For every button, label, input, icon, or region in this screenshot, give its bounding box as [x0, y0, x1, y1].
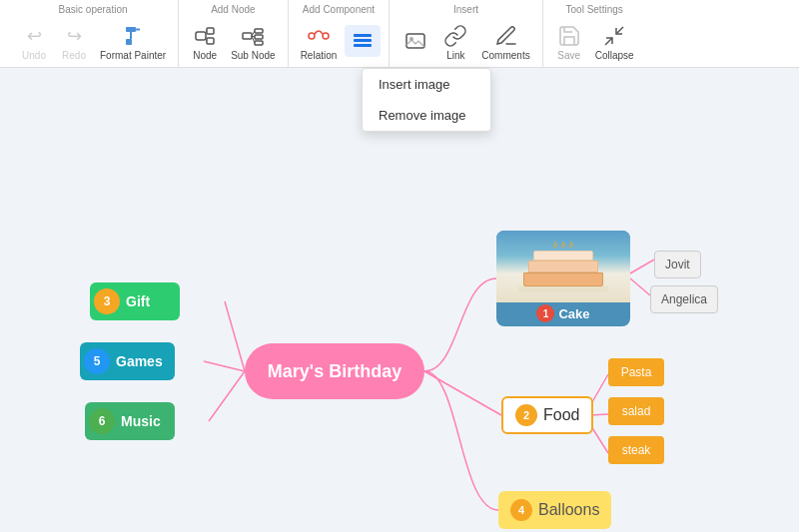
- component-button[interactable]: [345, 25, 381, 57]
- add-node-label: Add Node: [211, 4, 255, 15]
- steak-sub-node[interactable]: steak: [608, 436, 664, 464]
- svg-rect-11: [255, 35, 263, 39]
- link-icon: [441, 22, 469, 50]
- jovit-label: Jovit: [665, 258, 690, 271]
- node-button-label: Node: [193, 50, 217, 61]
- food-badge: 2: [515, 404, 537, 426]
- comments-button[interactable]: Comments: [477, 20, 533, 63]
- games-label: Games: [116, 353, 163, 369]
- redo-label: Redo: [62, 50, 86, 61]
- redo-button[interactable]: ↪ Redo: [56, 20, 92, 63]
- salad-sub-node[interactable]: salad: [608, 397, 664, 425]
- tool-settings-buttons: Save Collapse: [551, 19, 638, 63]
- remove-image-item[interactable]: Remove image: [363, 100, 490, 131]
- svg-point-16: [309, 33, 315, 39]
- basic-operation-label: Basic operation: [59, 4, 128, 15]
- redo-icon: ↪: [60, 22, 88, 50]
- toolbar-group-tool-settings: Tool Settings Save Collapse: [543, 0, 646, 67]
- balloons-label: Balloons: [538, 501, 599, 519]
- sub-node-icon: [239, 22, 267, 50]
- link-button[interactable]: Link: [437, 20, 473, 63]
- salad-label: salad: [622, 404, 651, 418]
- save-button[interactable]: Save: [551, 20, 587, 63]
- node-button[interactable]: Node: [187, 20, 223, 63]
- balloons-node[interactable]: 4 Balloons: [498, 491, 611, 529]
- angelica-sub-node[interactable]: Angelica: [650, 285, 718, 313]
- svg-rect-4: [196, 32, 206, 40]
- format-painter-button[interactable]: Format Painter: [96, 20, 170, 63]
- add-component-buttons: Relation: [297, 19, 382, 63]
- add-component-label: Add Component: [303, 4, 375, 15]
- save-icon: [555, 22, 583, 50]
- relation-icon: [305, 22, 333, 50]
- tool-settings-label: Tool Settings: [566, 4, 623, 15]
- svg-point-17: [323, 33, 329, 39]
- insert-label: Insert: [453, 4, 478, 15]
- dropdown-menu: Insert image Remove image: [362, 68, 491, 132]
- balloons-badge: 4: [510, 499, 532, 521]
- toolbar: Basic operation ↩ Undo ↪ Redo Format Pai…: [0, 0, 799, 68]
- music-badge: 6: [89, 408, 115, 434]
- svg-line-24: [605, 38, 612, 45]
- add-node-buttons: Node Sub Node: [187, 19, 279, 63]
- steak-label: steak: [622, 443, 651, 457]
- insert-image-item[interactable]: Insert image: [363, 69, 490, 100]
- food-node[interactable]: 2 Food: [501, 396, 593, 434]
- gift-node[interactable]: 3 Gift: [90, 282, 180, 320]
- jovit-sub-node[interactable]: Jovit: [654, 251, 701, 278]
- center-node-label: Mary's Birthday: [268, 361, 401, 382]
- svg-rect-5: [207, 28, 214, 34]
- relation-button[interactable]: Relation: [297, 20, 342, 63]
- svg-rect-20: [354, 44, 372, 47]
- insert-buttons: Link Comments: [398, 19, 533, 63]
- collapse-button[interactable]: Collapse: [591, 20, 638, 63]
- svg-rect-12: [255, 41, 263, 45]
- undo-label: Undo: [22, 50, 46, 61]
- collapse-icon: [600, 22, 628, 50]
- pasta-sub-node[interactable]: Pasta: [608, 358, 664, 386]
- undo-button[interactable]: ↩ Undo: [16, 20, 52, 63]
- relation-label: Relation: [301, 50, 338, 61]
- undo-icon: ↩: [20, 22, 48, 50]
- comments-icon: [492, 22, 520, 50]
- food-label: Food: [543, 406, 579, 424]
- svg-rect-6: [207, 38, 214, 44]
- cake-node[interactable]: 🕯🕯🕯 1 Cake: [496, 231, 630, 326]
- comments-label: Comments: [481, 50, 529, 61]
- component-icon: [349, 27, 377, 55]
- toolbar-group-basic-operation: Basic operation ↩ Undo ↪ Redo Format Pai…: [8, 0, 179, 67]
- basic-operation-buttons: ↩ Undo ↪ Redo Format Painter: [16, 19, 170, 63]
- sub-node-button[interactable]: Sub Node: [227, 20, 279, 63]
- toolbar-group-add-component: Add Component Relation: [289, 0, 391, 67]
- music-node[interactable]: 6 Music: [85, 402, 175, 440]
- games-node[interactable]: 5 Games: [80, 342, 175, 380]
- toolbar-group-add-node: Add Node Node Sub Node: [179, 0, 288, 67]
- save-label: Save: [557, 50, 580, 61]
- svg-rect-10: [255, 29, 263, 33]
- format-painter-icon: [119, 22, 147, 50]
- image-button[interactable]: [398, 25, 433, 57]
- angelica-label: Angelica: [661, 292, 707, 306]
- svg-line-23: [616, 27, 623, 34]
- svg-rect-19: [354, 39, 372, 42]
- image-icon: [401, 27, 429, 55]
- music-label: Music: [121, 413, 161, 429]
- cake-badge: 1: [536, 304, 554, 322]
- format-painter-label: Format Painter: [100, 50, 166, 61]
- gift-badge: 3: [94, 288, 120, 314]
- center-node[interactable]: Mary's Birthday: [245, 343, 424, 399]
- games-badge: 5: [84, 348, 110, 374]
- toolbar-group-insert: Insert Link Comments: [390, 0, 542, 67]
- collapse-label: Collapse: [595, 50, 634, 61]
- node-icon: [191, 22, 219, 50]
- link-label: Link: [446, 50, 464, 61]
- pasta-label: Pasta: [621, 365, 652, 379]
- cake-label: 1 Cake: [536, 304, 589, 322]
- gift-label: Gift: [126, 293, 150, 309]
- svg-rect-0: [126, 39, 132, 45]
- svg-rect-9: [243, 33, 252, 39]
- svg-rect-18: [354, 34, 372, 37]
- canvas: Mary's Birthday 3 Gift 5 Games 6 Music 🕯…: [0, 68, 799, 532]
- svg-rect-21: [406, 34, 424, 48]
- svg-rect-1: [126, 27, 136, 32]
